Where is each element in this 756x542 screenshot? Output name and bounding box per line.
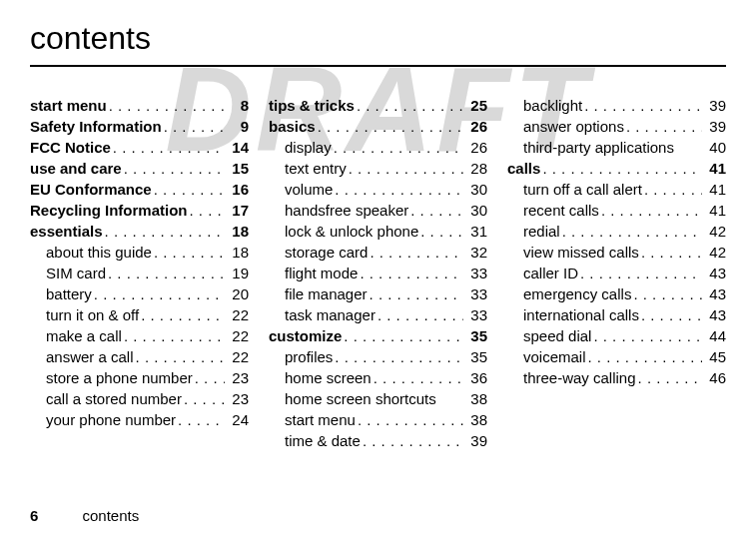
toc-column-3: backlight39answer options39third-party a… bbox=[507, 95, 726, 451]
toc-entry-page: 16 bbox=[227, 179, 249, 200]
toc-entry[interactable]: EU Conformance16 bbox=[30, 179, 249, 200]
toc-leader-dots bbox=[318, 116, 463, 137]
toc-entry-page: 35 bbox=[465, 325, 487, 346]
toc-entry-page: 39 bbox=[465, 430, 487, 451]
toc-entry-page: 33 bbox=[465, 304, 487, 325]
title-rule bbox=[30, 65, 726, 67]
toc-entry-page: 35 bbox=[465, 346, 487, 367]
toc-entry-page: 36 bbox=[465, 367, 487, 388]
toc-entry[interactable]: your phone number24 bbox=[30, 409, 249, 430]
toc-entry[interactable]: answer options39 bbox=[507, 116, 726, 137]
toc-entry-page: 43 bbox=[704, 283, 726, 304]
toc-leader-dots bbox=[124, 325, 225, 346]
toc-entry[interactable]: turn it on & off22 bbox=[30, 304, 249, 325]
toc-entry[interactable]: third-party applications40 bbox=[507, 137, 726, 158]
toc-entry-label: three-way calling bbox=[523, 367, 636, 388]
toc-leader-dots bbox=[190, 200, 225, 221]
toc-column-1: start menu8Safety Information9FCC Notice… bbox=[30, 95, 249, 451]
toc-entry[interactable]: speed dial44 bbox=[507, 325, 726, 346]
toc-leader-dots bbox=[164, 116, 225, 137]
toc-entry[interactable]: international calls43 bbox=[507, 304, 726, 325]
toc-leader-dots bbox=[542, 158, 702, 179]
toc-entry[interactable]: battery20 bbox=[30, 283, 249, 304]
toc-leader-dots bbox=[357, 95, 463, 116]
toc-entry-label: store a phone number bbox=[46, 367, 193, 388]
toc-entry[interactable]: home screen36 bbox=[269, 367, 487, 388]
toc-entry-label: Recycling Information bbox=[30, 200, 188, 221]
toc-leader-dots bbox=[593, 325, 702, 346]
toc-entry[interactable]: Recycling Information17 bbox=[30, 200, 249, 221]
toc-leader-dots bbox=[641, 304, 702, 325]
toc-entry-page: 23 bbox=[227, 367, 249, 388]
toc-entry[interactable]: storage card32 bbox=[269, 242, 487, 263]
toc-entry-label: volume bbox=[285, 179, 333, 200]
toc-entry-label: calls bbox=[507, 158, 540, 179]
toc-entry[interactable]: call a stored number23 bbox=[30, 388, 249, 409]
toc-entry[interactable]: about this guide18 bbox=[30, 242, 249, 263]
toc-entry[interactable]: caller ID43 bbox=[507, 263, 726, 283]
toc-entry[interactable]: recent calls41 bbox=[507, 200, 726, 221]
toc-entry-label: handsfree speaker bbox=[285, 200, 408, 221]
toc-entry-label: redial bbox=[523, 221, 560, 242]
toc-entry-page: 46 bbox=[704, 367, 726, 388]
toc-entry-label: turn it on & off bbox=[46, 304, 139, 325]
toc-entry[interactable]: time & date39 bbox=[269, 430, 487, 451]
toc-leader-dots bbox=[94, 283, 225, 304]
toc-entry-label: display bbox=[285, 137, 332, 158]
footer-page-number: 6 bbox=[30, 507, 38, 524]
toc-leader-dots bbox=[633, 283, 702, 304]
toc-entry-page: 33 bbox=[465, 263, 487, 283]
toc-entry[interactable]: calls41 bbox=[507, 158, 726, 179]
toc-entry[interactable]: volume30 bbox=[269, 179, 487, 200]
toc-entry-label: lock & unlock phone bbox=[285, 221, 418, 242]
toc-entry[interactable]: tips & tricks25 bbox=[269, 95, 487, 116]
toc-entry[interactable]: display26 bbox=[269, 137, 487, 158]
toc-leader-dots bbox=[113, 137, 225, 158]
toc-entry[interactable]: Safety Information9 bbox=[30, 116, 249, 137]
toc-entry[interactable]: task manager33 bbox=[269, 304, 487, 325]
toc-entry-label: FCC Notice bbox=[30, 137, 111, 158]
toc-entry[interactable]: FCC Notice14 bbox=[30, 137, 249, 158]
toc-entry[interactable]: essentials18 bbox=[30, 221, 249, 242]
toc-entry-label: voicemail bbox=[523, 346, 586, 367]
toc-entry[interactable]: three-way calling46 bbox=[507, 367, 726, 388]
toc-entry[interactable]: file manager33 bbox=[269, 283, 487, 304]
toc-entry[interactable]: handsfree speaker30 bbox=[269, 200, 487, 221]
toc-entry-page: 18 bbox=[227, 221, 249, 242]
toc-entry-page: 26 bbox=[465, 137, 487, 158]
toc-entry[interactable]: text entry28 bbox=[269, 158, 487, 179]
toc-leader-dots bbox=[136, 346, 225, 367]
toc-entry[interactable]: redial42 bbox=[507, 221, 726, 242]
toc-entry[interactable]: backlight39 bbox=[507, 95, 726, 116]
toc-entry[interactable]: customize35 bbox=[269, 325, 487, 346]
toc-entry[interactable]: lock & unlock phone31 bbox=[269, 221, 487, 242]
toc-entry-label: task manager bbox=[285, 304, 376, 325]
toc-entry-label: emergency calls bbox=[523, 283, 631, 304]
toc-entry[interactable]: basics26 bbox=[269, 116, 487, 137]
toc-entry[interactable]: view missed calls42 bbox=[507, 242, 726, 263]
toc-entry[interactable]: use and care15 bbox=[30, 158, 249, 179]
toc-entry[interactable]: home screen shortcuts38 bbox=[269, 388, 487, 409]
toc-entry[interactable]: start menu38 bbox=[269, 409, 487, 430]
toc-entry-label: flight mode bbox=[285, 263, 358, 283]
toc-entry-page: 39 bbox=[704, 95, 726, 116]
toc-leader-dots bbox=[370, 283, 463, 304]
toc-leader-dots bbox=[584, 95, 702, 116]
toc-entry-page: 19 bbox=[227, 263, 249, 283]
toc-entry[interactable]: store a phone number23 bbox=[30, 367, 249, 388]
toc-leader-dots bbox=[374, 367, 463, 388]
toc-entry[interactable]: emergency calls43 bbox=[507, 283, 726, 304]
toc-entry[interactable]: profiles35 bbox=[269, 346, 487, 367]
toc-entry[interactable]: start menu8 bbox=[30, 95, 249, 116]
toc-leader-dots bbox=[363, 430, 463, 451]
toc-entry[interactable]: turn off a call alert41 bbox=[507, 179, 726, 200]
toc-entry[interactable]: SIM card19 bbox=[30, 263, 249, 283]
toc-entry-label: backlight bbox=[523, 95, 582, 116]
toc-leader-dots bbox=[335, 179, 463, 200]
toc-entry[interactable]: make a call22 bbox=[30, 325, 249, 346]
toc-entry[interactable]: answer a call22 bbox=[30, 346, 249, 367]
toc-leader-dots bbox=[108, 263, 225, 283]
toc-entry-page: 26 bbox=[465, 116, 487, 137]
toc-entry[interactable]: voicemail45 bbox=[507, 346, 726, 367]
toc-entry[interactable]: flight mode33 bbox=[269, 263, 487, 283]
